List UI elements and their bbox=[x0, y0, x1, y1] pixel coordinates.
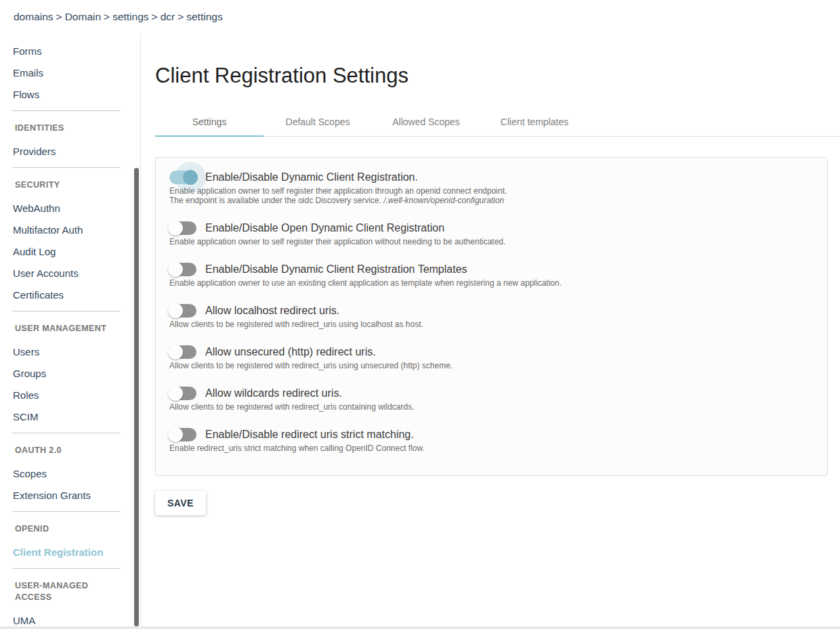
settings-card: Enable/Disable Dynamic Client Registrati… bbox=[155, 157, 828, 476]
breadcrumb-item-dcr[interactable]: dcr bbox=[161, 11, 175, 22]
sidebar: FormsEmailsFlowsIDENTITIESProvidersSECUR… bbox=[0, 34, 141, 629]
sidebar-item-users[interactable]: Users bbox=[0, 341, 140, 363]
toggle-enable-disable-dynamic-client-registration[interactable] bbox=[169, 171, 196, 184]
sidebar-item-user-accounts[interactable]: User Accounts bbox=[0, 263, 140, 284]
setting-row: Allow wildcards redirect uris.Allow clie… bbox=[169, 386, 814, 412]
sidebar-item-scim[interactable]: SCIM bbox=[0, 406, 140, 428]
sidebar-divider bbox=[12, 511, 121, 512]
toggle-enable-disable-redirect-uris-strict-matching[interactable] bbox=[169, 428, 196, 441]
setting-row: Enable/Disable Open Dynamic Client Regis… bbox=[169, 221, 814, 246]
setting-description: Allow clients to be registered with redi… bbox=[169, 320, 814, 329]
tab-client-templates[interactable]: Client templates bbox=[480, 107, 589, 136]
sidebar-item-emails[interactable]: Emails bbox=[0, 62, 140, 84]
sidebar-item-flows[interactable]: Flows bbox=[0, 84, 140, 106]
toggle-allow-localhost-redirect-uris[interactable] bbox=[169, 304, 196, 318]
setting-label: Enable/Disable Open Dynamic Client Regis… bbox=[205, 221, 444, 235]
setting-row-head: Allow localhost redirect uris. bbox=[169, 303, 814, 318]
toggle-allow-wildcards-redirect-uris[interactable] bbox=[169, 387, 196, 400]
breadcrumb-item-settings[interactable]: settings bbox=[112, 11, 148, 22]
setting-description: Allow clients to be registered with redi… bbox=[169, 402, 814, 412]
setting-row: Enable/Disable Dynamic Client Registrati… bbox=[169, 170, 814, 205]
setting-row: Allow unsecured (http) redirect uris.All… bbox=[169, 345, 814, 370]
setting-description: The endpoint is available under the oidc… bbox=[169, 196, 814, 205]
sidebar-section-header-identities: IDENTITIES bbox=[0, 116, 140, 141]
sidebar-section-header-openid: OPENID bbox=[0, 517, 140, 542]
setting-description: Enable application owner to self registe… bbox=[169, 186, 814, 196]
toggle-thumb bbox=[168, 303, 183, 318]
tab-settings[interactable]: Settings bbox=[155, 107, 264, 136]
setting-row: Enable/Disable Dynamic Client Registrati… bbox=[169, 262, 814, 288]
sidebar-item-multifactor-auth[interactable]: Multifactor Auth bbox=[0, 219, 140, 241]
setting-label: Enable/Disable Dynamic Client Registrati… bbox=[205, 170, 418, 184]
tab-allowed-scopes[interactable]: Allowed Scopes bbox=[372, 107, 480, 136]
sidebar-section-header-security: SECURITY bbox=[0, 173, 140, 198]
setting-label: Allow wildcards redirect uris. bbox=[205, 386, 342, 400]
top-bar: domains>Domain>settings>dcr>settings bbox=[0, 0, 840, 34]
breadcrumb: domains>Domain>settings>dcr>settings bbox=[14, 11, 840, 23]
sidebar-nav: FormsEmailsFlowsIDENTITIESProvidersSECUR… bbox=[0, 34, 140, 629]
sidebar-item-audit-log[interactable]: Audit Log bbox=[0, 241, 140, 263]
sidebar-item-certificates[interactable]: Certificates bbox=[0, 284, 140, 306]
save-button[interactable]: SAVE bbox=[155, 491, 206, 515]
setting-row-head: Enable/Disable redirect uris strict matc… bbox=[169, 427, 814, 441]
sidebar-divider bbox=[12, 311, 121, 311]
setting-description: Enable application owner to use an exist… bbox=[169, 278, 814, 288]
sidebar-divider bbox=[12, 433, 121, 433]
setting-label: Allow localhost redirect uris. bbox=[205, 303, 339, 318]
page-title: Client Registration Settings bbox=[155, 64, 828, 88]
breadcrumb-separator: > bbox=[149, 11, 161, 22]
sidebar-scrollbar-thumb[interactable] bbox=[134, 168, 139, 626]
setting-label: Enable/Disable Dynamic Client Registrati… bbox=[205, 262, 467, 276]
sidebar-item-groups[interactable]: Groups bbox=[0, 363, 140, 385]
setting-label: Allow unsecured (http) redirect uris. bbox=[205, 345, 376, 359]
toggle-thumb bbox=[168, 386, 183, 401]
tab-default-scopes[interactable]: Default Scopes bbox=[264, 107, 372, 136]
toggle-thumb bbox=[168, 427, 183, 442]
breadcrumb-separator: > bbox=[175, 11, 186, 22]
setting-description: Enable redirect_uris strict matching whe… bbox=[169, 443, 814, 453]
toggle-enable-disable-open-dynamic-client-registration[interactable] bbox=[169, 221, 196, 235]
breadcrumb-item-domain[interactable]: Domain bbox=[65, 11, 101, 22]
sidebar-divider bbox=[12, 568, 121, 569]
toggle-thumb bbox=[168, 221, 183, 236]
sidebar-item-webauthn[interactable]: WebAuthn bbox=[0, 198, 140, 219]
sidebar-divider bbox=[12, 167, 121, 168]
sidebar-divider bbox=[12, 110, 121, 111]
setting-row-head: Allow unsecured (http) redirect uris. bbox=[169, 345, 814, 359]
setting-row-head: Allow wildcards redirect uris. bbox=[169, 386, 814, 400]
toggle-thumb bbox=[183, 170, 198, 185]
sidebar-item-providers[interactable]: Providers bbox=[0, 141, 140, 162]
setting-row: Enable/Disable redirect uris strict matc… bbox=[169, 427, 814, 453]
sidebar-item-extension-grants[interactable]: Extension Grants bbox=[0, 485, 140, 506]
toggle-enable-disable-dynamic-client-registration-templates[interactable] bbox=[169, 263, 196, 276]
toggle-allow-unsecured-http-redirect-uris[interactable] bbox=[169, 345, 196, 359]
setting-row: Allow localhost redirect uris.Allow clie… bbox=[169, 303, 814, 329]
tab-bar: SettingsDefault ScopesAllowed ScopesClie… bbox=[155, 107, 840, 137]
sidebar-section-header-user-management: USER MANAGEMENT bbox=[0, 316, 140, 341]
toggle-thumb bbox=[168, 262, 183, 277]
main-content: Client Registration Settings SettingsDef… bbox=[141, 34, 840, 629]
setting-row-head: Enable/Disable Dynamic Client Registrati… bbox=[169, 262, 814, 276]
toggle-thumb bbox=[168, 345, 183, 360]
sidebar-section-header-oauth-2-0: OAUTH 2.0 bbox=[0, 438, 140, 463]
sidebar-item-forms[interactable]: Forms bbox=[0, 41, 140, 62]
setting-description: Allow clients to be registered with redi… bbox=[169, 361, 814, 370]
horizontal-scrollbar-track[interactable] bbox=[0, 626, 840, 629]
sidebar-item-roles[interactable]: Roles bbox=[0, 385, 140, 406]
breadcrumb-item-settings[interactable]: settings bbox=[186, 11, 222, 22]
setting-description: Enable application owner to self registe… bbox=[169, 237, 814, 246]
setting-row-head: Enable/Disable Dynamic Client Registrati… bbox=[169, 170, 814, 184]
setting-row-head: Enable/Disable Open Dynamic Client Regis… bbox=[169, 221, 814, 235]
breadcrumb-item-domains[interactable]: domains bbox=[14, 11, 54, 22]
sidebar-section-header-user-managed-access: USER-MANAGED ACCESS bbox=[0, 573, 140, 610]
breadcrumb-separator: > bbox=[101, 11, 112, 22]
setting-label: Enable/Disable redirect uris strict matc… bbox=[205, 427, 414, 441]
breadcrumb-separator: > bbox=[54, 11, 65, 22]
sidebar-item-client-registration[interactable]: Client Registration bbox=[0, 542, 140, 563]
sidebar-item-scopes[interactable]: Scopes bbox=[0, 463, 140, 485]
